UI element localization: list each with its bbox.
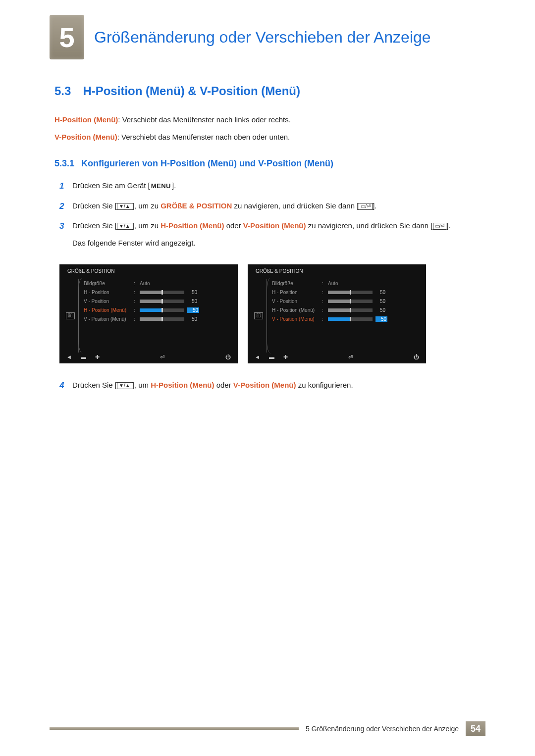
colon: : <box>322 299 325 304</box>
section-heading: 5.3H-Position (Menü) & V-Position (Menü) <box>54 84 481 98</box>
cfg-target-v: V-Position (Menü) <box>233 381 296 389</box>
text: ], um zu <box>132 221 161 230</box>
cfg-target-h: H-Position (Menü) <box>151 381 214 389</box>
section-number: 5.3 <box>54 84 71 98</box>
nav-target: GRÖßE & POSITION <box>160 202 232 210</box>
step-number: 3 <box>59 219 72 250</box>
colon: : <box>134 281 137 286</box>
osd-item: Bildgröße:Auto <box>272 279 421 288</box>
colon: : <box>134 299 137 304</box>
subsection-heading: 5.3.1Konfigurieren von H-Position (Menü)… <box>54 158 481 169</box>
osd-item-value: 50 <box>187 307 199 313</box>
step-number: 1 <box>59 179 72 194</box>
step-1: 1 Drücken Sie am Gerät [MENU]. <box>59 179 481 194</box>
osd-nav-icon: ▬ <box>269 354 274 360</box>
desc-v-position: V-Position (Menü): Verschiebt das Menüfe… <box>54 130 481 144</box>
osd-power-icon: ⏻ <box>225 354 231 360</box>
osd-item: H - Position:50 <box>272 288 421 297</box>
colon: : <box>134 290 137 295</box>
osd-item-value: 50 <box>187 316 197 322</box>
osd-item: H - Position:50 <box>84 288 233 297</box>
section-title: H-Position (Menü) & V-Position (Menü) <box>83 84 300 98</box>
osd-item: V - Position:50 <box>272 297 421 305</box>
page-footer: 5 Größenänderung oder Verschieben der An… <box>0 721 535 736</box>
osd-panel: GRÖßE & POSITION⿲Bildgröße:AutoH - Posit… <box>248 264 426 363</box>
osd-item-value: 50 <box>187 290 197 295</box>
osd-slider <box>328 300 373 303</box>
osd-title: GRÖßE & POSITION <box>253 268 421 274</box>
osd-nav-icon: ▬ <box>81 354 86 360</box>
desc-h-label: H-Position (Menü) <box>54 115 118 124</box>
osd-slider <box>140 308 184 312</box>
colon: : <box>134 316 137 322</box>
footer-bar <box>50 727 299 730</box>
osd-nav-icon: ⏎ <box>348 354 353 360</box>
osd-item-value: Auto <box>140 281 155 286</box>
step-3: 3 Drücken Sie [▼/▲], um zu H-Position (M… <box>59 219 481 250</box>
text: oder <box>224 221 243 230</box>
osd-item: Bildgröße:Auto <box>84 279 233 288</box>
osd-item-value: 50 <box>375 307 385 313</box>
osd-bottom-bar: ◄▬✚⏎⏻ <box>253 353 421 361</box>
desc-v-label: V-Position (Menü) <box>54 133 117 141</box>
osd-slider <box>140 291 184 294</box>
osd-item: H - Position (Menü):50 <box>272 305 421 314</box>
text: zu konfigurieren. <box>296 381 353 389</box>
osd-item-label: H - Position <box>84 290 131 295</box>
osd-item-label: V - Position <box>272 299 319 304</box>
osd-panel: GRÖßE & POSITION⿲Bildgröße:AutoH - Posit… <box>59 264 238 363</box>
nav-target-h: H-Position (Menü) <box>160 221 224 230</box>
osd-item-label: V - Position (Menü) <box>272 316 319 322</box>
step-number: 2 <box>59 199 72 214</box>
menu-button-label: MENU <box>150 180 172 192</box>
osd-screenshots: GRÖßE & POSITION⿲Bildgröße:AutoH - Posit… <box>59 264 481 363</box>
step-number: 4 <box>59 378 72 394</box>
osd-item: V - Position (Menü):50 <box>272 314 421 323</box>
osd-item-value: 50 <box>187 299 197 304</box>
osd-item-value: 50 <box>375 290 385 295</box>
colon: : <box>322 290 325 295</box>
osd-slider <box>140 300 184 303</box>
colon: : <box>322 307 325 313</box>
text: zu navigieren, und drücken Sie dann [ <box>232 202 359 210</box>
osd-power-icon: ⏻ <box>414 354 419 360</box>
text: zu navigieren, und drücken Sie dann [ <box>306 221 433 230</box>
colon: : <box>134 307 137 313</box>
colon: : <box>322 281 325 286</box>
osd-slider <box>328 291 373 294</box>
osd-item: H - Position (Menü):50 <box>84 305 233 314</box>
desc-h-position: H-Position (Menü): Verschiebt das Menüfe… <box>54 113 481 126</box>
text: ]. <box>446 221 450 230</box>
osd-item-label: Bildgröße <box>84 281 131 286</box>
colon: : <box>322 316 325 322</box>
osd-slider <box>328 308 373 312</box>
footer-text: 5 Größenänderung oder Verschieben der An… <box>306 725 459 733</box>
osd-item-value: 50 <box>375 316 387 322</box>
nav-target-v: V-Position (Menü) <box>243 221 306 230</box>
text: Drücken Sie [ <box>72 221 117 230</box>
down-up-icon: ▼/▲ <box>117 382 132 389</box>
text: ], um zu <box>132 202 161 210</box>
desc-v-text: : Verschiebt das Menüfenster nach oben o… <box>117 133 290 141</box>
text: oder <box>214 381 233 389</box>
osd-item-value: 50 <box>375 299 385 304</box>
step3-post: Das folgende Fenster wird angezeigt. <box>72 236 481 250</box>
step-2: 2 Drücken Sie [▼/▲], um zu GRÖßE & POSIT… <box>59 199 481 214</box>
osd-item-label: H - Position (Menü) <box>84 307 131 313</box>
osd-item-value: Auto <box>328 281 343 286</box>
enter-icon: ▭/⏎ <box>433 223 447 230</box>
enter-icon: ▭/⏎ <box>359 203 373 210</box>
text: ], um <box>132 381 151 389</box>
down-up-icon: ▼/▲ <box>117 223 132 230</box>
chapter-number-badge: 5 <box>50 15 84 59</box>
step-4: 4 Drücken Sie [▼/▲], um H-Position (Menü… <box>59 378 481 394</box>
osd-item-label: Bildgröße <box>272 281 319 286</box>
osd-nav-icon: ◄ <box>66 354 72 360</box>
text: Drücken Sie [ <box>72 381 117 389</box>
text: Drücken Sie [ <box>72 202 117 210</box>
osd-nav-icon: ⏎ <box>160 354 164 360</box>
osd-nav-icon: ✚ <box>95 354 100 360</box>
osd-nav-icon: ✚ <box>283 354 288 360</box>
osd-nav-icon: ◄ <box>255 354 260 360</box>
osd-bottom-bar: ◄▬✚⏎⏻ <box>64 353 233 361</box>
